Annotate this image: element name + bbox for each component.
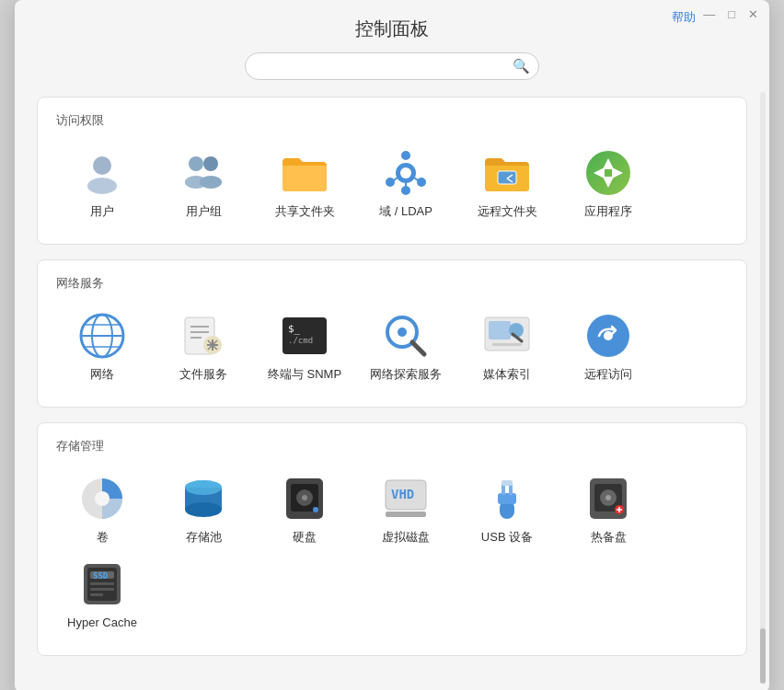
svg-point-56 bbox=[185, 480, 222, 495]
svg-rect-45 bbox=[489, 321, 511, 339]
item-hyper-cache-label: Hyper Cache bbox=[67, 615, 137, 631]
svg-text:VHD: VHD bbox=[391, 487, 414, 501]
item-hyper-cache[interactable]: SSD Hyper Cache bbox=[56, 553, 148, 638]
svg-point-50 bbox=[604, 331, 613, 340]
svg-point-4 bbox=[203, 156, 218, 171]
item-usb[interactable]: USB 设备 bbox=[461, 467, 553, 553]
network-icon bbox=[78, 312, 126, 360]
svg-point-8 bbox=[401, 151, 410, 160]
item-media-index-label: 媒体索引 bbox=[483, 367, 531, 383]
svg-text:SSD: SSD bbox=[93, 571, 109, 581]
svg-point-0 bbox=[93, 156, 111, 175]
section-access-title: 访问权限 bbox=[56, 112, 728, 129]
svg-point-19 bbox=[586, 151, 630, 195]
item-ldap[interactable]: 域 / LDAP bbox=[360, 142, 452, 227]
minimize-button[interactable]: — bbox=[703, 7, 715, 21]
scrollbar-thumb[interactable] bbox=[760, 628, 766, 684]
svg-point-55 bbox=[185, 502, 222, 517]
help-link[interactable]: 帮助 bbox=[672, 9, 696, 26]
scrollbar-track[interactable] bbox=[760, 92, 766, 684]
item-virtual-disk[interactable]: VHD 虚拟磁盘 bbox=[360, 467, 452, 553]
item-terminal-label: 终端与 SNMP bbox=[268, 367, 341, 383]
item-terminal[interactable]: $_ ./cmd 终端与 SNMP bbox=[259, 305, 351, 390]
item-shared-folder[interactable]: 共享文件夹 bbox=[259, 142, 351, 227]
section-access: 访问权限 用户 bbox=[37, 97, 747, 245]
svg-point-2 bbox=[189, 156, 203, 171]
ldap-icon bbox=[382, 149, 430, 197]
search-bar: 🔍 bbox=[15, 52, 769, 80]
svg-point-73 bbox=[605, 495, 611, 500]
file-service-icon bbox=[179, 312, 227, 360]
search-input-wrap: 🔍 bbox=[245, 52, 539, 80]
close-button[interactable]: ✕ bbox=[748, 7, 758, 21]
item-hard-disk[interactable]: 硬盘 bbox=[259, 467, 351, 553]
user-icon bbox=[78, 149, 126, 197]
item-hard-disk-label: 硬盘 bbox=[293, 530, 317, 546]
item-hot-spare-label: 热备盘 bbox=[591, 530, 627, 546]
svg-text:$_: $_ bbox=[288, 323, 301, 335]
item-volume[interactable]: 卷 bbox=[56, 467, 148, 553]
item-application[interactable]: 应用程序 bbox=[562, 142, 654, 227]
item-network-discovery[interactable]: 网络探索服务 bbox=[360, 305, 452, 390]
access-icon-grid: 用户 用户组 bbox=[56, 142, 728, 227]
storage-icon-grid: 卷 存储池 bbox=[56, 467, 728, 638]
storage-pool-icon bbox=[179, 475, 227, 523]
item-remote-folder[interactable]: 远程文件夹 bbox=[461, 142, 553, 227]
item-ldap-label: 域 / LDAP bbox=[379, 204, 432, 220]
network-icon-grid: 网络 bbox=[56, 305, 728, 390]
item-media-index[interactable]: 媒体索引 bbox=[461, 305, 553, 390]
item-storage-pool-label: 存储池 bbox=[186, 530, 222, 546]
search-input[interactable] bbox=[245, 52, 539, 80]
item-network-discovery-label: 网络探索服务 bbox=[370, 367, 442, 383]
hyper-cache-icon: SSD bbox=[78, 560, 126, 608]
svg-rect-66 bbox=[498, 493, 516, 504]
hot-spare-icon bbox=[584, 475, 632, 523]
item-hot-spare[interactable]: 热备盘 bbox=[562, 467, 654, 553]
svg-rect-81 bbox=[90, 582, 114, 585]
svg-rect-16 bbox=[498, 171, 516, 184]
section-network-title: 网络服务 bbox=[56, 275, 728, 292]
item-remote-access-label: 远程访问 bbox=[584, 367, 632, 383]
svg-point-61 bbox=[313, 507, 318, 512]
item-usb-label: USB 设备 bbox=[481, 530, 533, 546]
svg-rect-83 bbox=[90, 593, 103, 596]
item-network[interactable]: 网络 bbox=[56, 305, 148, 390]
item-remote-access[interactable]: 远程访问 bbox=[562, 305, 654, 390]
item-remote-folder-label: 远程文件夹 bbox=[478, 204, 537, 220]
item-file-service[interactable]: 文件服务 bbox=[157, 305, 249, 390]
item-storage-pool[interactable]: 存储池 bbox=[157, 467, 249, 553]
media-index-icon bbox=[483, 312, 531, 360]
usergroup-icon bbox=[179, 149, 227, 197]
remote-access-icon bbox=[584, 312, 632, 360]
item-user-label: 用户 bbox=[90, 204, 114, 220]
maximize-button[interactable]: □ bbox=[728, 7, 735, 21]
item-network-label: 网络 bbox=[90, 367, 114, 383]
item-application-label: 应用程序 bbox=[584, 204, 632, 220]
item-user[interactable]: 用户 bbox=[56, 142, 148, 227]
item-virtual-disk-label: 虚拟磁盘 bbox=[382, 530, 430, 546]
network-discovery-icon bbox=[382, 312, 430, 360]
svg-rect-82 bbox=[90, 588, 114, 591]
page-title: 控制面板 bbox=[15, 0, 769, 52]
section-storage: 存储管理 卷 bbox=[37, 422, 747, 656]
svg-line-15 bbox=[414, 178, 418, 180]
virtual-disk-icon: VHD bbox=[382, 475, 430, 523]
section-network: 网络服务 网络 bbox=[37, 259, 747, 408]
window-controls: — □ ✕ bbox=[703, 7, 758, 21]
svg-point-60 bbox=[302, 495, 307, 500]
content-area: 访问权限 用户 bbox=[15, 97, 769, 690]
svg-rect-64 bbox=[386, 512, 426, 517]
terminal-icon: $_ ./cmd bbox=[281, 312, 329, 360]
svg-point-42 bbox=[398, 328, 407, 337]
svg-point-5 bbox=[200, 176, 222, 189]
shared-folder-icon bbox=[281, 149, 329, 197]
section-storage-title: 存储管理 bbox=[56, 438, 728, 454]
svg-rect-48 bbox=[492, 343, 522, 346]
svg-point-7 bbox=[400, 167, 411, 178]
svg-point-52 bbox=[95, 491, 110, 506]
application-icon bbox=[584, 149, 632, 197]
item-shared-folder-label: 共享文件夹 bbox=[275, 204, 335, 220]
svg-point-1 bbox=[87, 178, 117, 194]
item-usergroup[interactable]: 用户组 bbox=[157, 142, 249, 227]
hard-disk-icon bbox=[281, 475, 329, 523]
